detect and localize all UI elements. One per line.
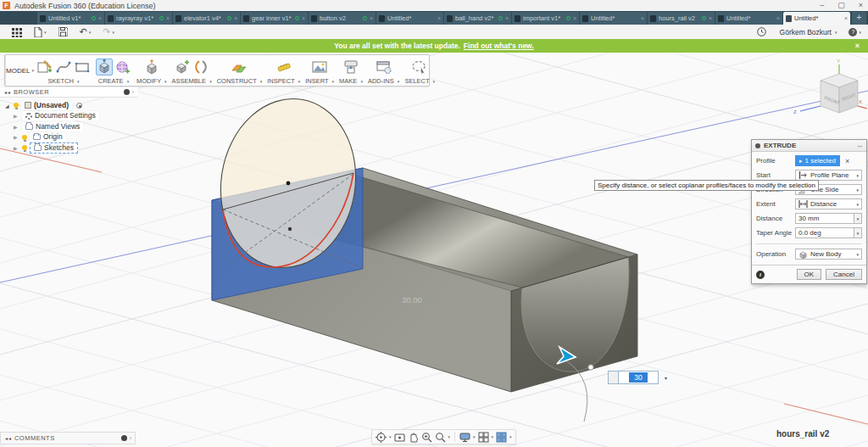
zoom-button[interactable] [421,432,432,443]
banner-link[interactable]: Find out what's new. [464,42,534,50]
doc-tab[interactable]: hours_rail v2× [648,12,715,25]
close-tab-icon[interactable]: × [437,15,441,21]
doc-tab[interactable]: important v1*× [512,12,579,25]
rectangle-sketch-button[interactable] [74,59,91,75]
spline-button[interactable] [55,59,72,75]
close-tab-icon[interactable]: × [234,15,237,21]
doc-tab[interactable]: ball_hand v2*× [444,12,511,25]
dimension-drag-handle[interactable] [608,371,618,384]
create-menu[interactable]: CREATE ▾ [98,77,129,85]
new-tab-button[interactable]: + [852,12,866,25]
maximize-button[interactable]: ▢ [837,0,845,11]
taper-angle-input[interactable]: 0.0 deg [795,227,854,238]
cancel-button[interactable]: Cancel [826,269,862,280]
doc-tab[interactable]: Untitled*× [715,12,782,25]
leader-node[interactable] [588,365,593,370]
close-tab-icon[interactable]: × [98,15,102,21]
display-settings-button[interactable]: ▾ [459,432,476,443]
dialog-resize-icon[interactable]: ↔ [856,142,863,149]
expand-triangle-icon[interactable]: ▶ [14,113,19,119]
viewports-button[interactable]: ▾ [496,432,512,443]
distance-spinner[interactable]: ▾ [854,213,862,224]
visibility-bulb-icon[interactable] [14,103,19,108]
sketch-plane[interactable] [212,168,363,300]
profile-selected-chip[interactable]: ▸1 selected [795,155,840,166]
expand-triangle-icon[interactable]: ▶ [14,134,19,140]
close-tab-icon[interactable]: × [776,15,780,21]
close-tab-icon[interactable]: × [709,15,712,21]
caret-down-icon[interactable]: ▾ [665,375,667,381]
viewcube-front-face[interactable] [821,81,839,113]
browser-item-document-settings[interactable]: ▶ Document Settings [14,111,137,122]
distance-input[interactable]: 30 mm [795,213,854,224]
extrude-arrow-manipulator[interactable] [557,347,576,364]
doc-tab[interactable]: Untitled v1*× [37,12,104,25]
banner-close-icon[interactable]: × [855,42,860,50]
selected-profile-arc[interactable] [223,173,353,267]
joint-button[interactable] [192,59,209,75]
modify-menu[interactable]: MODIFY ▾ [136,77,167,85]
taper-spinner[interactable]: ▾ [854,227,862,238]
save-button[interactable] [58,27,68,36]
doc-tab-active[interactable]: Untitled*× [783,12,850,25]
notifications-clock-icon[interactable] [757,27,766,36]
user-account-button[interactable]: Görkem Bozkurt [780,28,832,36]
grid-snap-button[interactable]: ▾ [478,432,494,443]
help-button[interactable]: ? [849,28,857,36]
viewcube-top-face[interactable] [821,74,858,87]
insert-image-button[interactable] [311,59,328,75]
collapse-panel-icon[interactable]: ◄◄ [3,90,10,95]
close-tab-icon[interactable]: × [573,15,576,21]
extrude-button[interactable] [96,59,113,75]
comments-panel[interactable]: ◄◄ COMMENTS › [0,432,136,444]
info-icon[interactable]: i [756,271,765,279]
create-sketch-button[interactable] [36,59,53,75]
make-button[interactable] [342,59,359,75]
sketch-menu[interactable]: SKETCH ▾ [47,77,79,85]
expand-triangle-icon[interactable]: ◢ [5,103,11,109]
create-form-button[interactable] [114,59,131,75]
visibility-bulb-icon[interactable] [22,135,27,140]
doc-tab[interactable]: button v2× [309,12,376,25]
browser-root-row[interactable]: ◢ (Unsaved) [5,100,137,111]
close-tab-icon[interactable]: × [370,15,373,21]
activate-radio[interactable] [76,103,82,109]
browser-item-origin[interactable]: ▶ Origin [14,132,137,143]
fit-button[interactable]: ▾ [435,432,451,443]
operation-select[interactable]: New Body ▾ [795,249,862,260]
doc-tab[interactable]: gear inner v1*× [241,12,308,25]
browser-item-named-views[interactable]: ▶ Named Views [14,121,137,132]
undo-button[interactable]: ↶ ▾ [80,27,92,36]
close-tab-icon[interactable]: × [505,15,509,21]
doc-tab[interactable]: Untitled*× [376,12,443,25]
extent-select[interactable]: Distance ▾ [795,198,862,210]
measure-button[interactable] [275,59,292,75]
app-grid-button[interactable] [12,27,22,37]
doc-tab[interactable]: elevator1 v4*× [173,12,240,25]
dimension-value-input[interactable]: 30 [618,371,659,384]
close-tab-icon[interactable]: × [844,15,848,21]
close-tab-icon[interactable]: × [641,15,644,21]
select-menu[interactable]: SELECT ▾ [404,77,435,85]
visibility-bulb-icon[interactable] [22,145,27,150]
panel-options-icon[interactable] [124,89,130,95]
expand-triangle-icon[interactable]: ▶ [14,124,19,130]
browser-header[interactable]: ◄◄ BROWSER › [0,87,137,98]
doc-tab[interactable]: Untitled*× [580,12,647,25]
addins-menu[interactable]: ADD-INS ▾ [368,77,399,85]
insert-menu[interactable]: INSERT ▾ [305,77,334,85]
workspace-selector[interactable]: MODEL ▾ [6,55,34,86]
groove-end-face[interactable] [521,257,629,372]
extrude-dialog-header[interactable]: EXTRUDE ↔ [752,140,866,152]
clear-selection-icon[interactable]: × [845,157,849,165]
select-button[interactable] [411,59,428,75]
body-side-face[interactable] [212,200,511,392]
collapse-panel-icon[interactable]: ◄◄ [4,436,11,441]
doc-tab[interactable]: rayrayray v1*× [105,12,172,25]
assemble-menu[interactable]: ASSEMBLE ▾ [172,77,212,85]
press-pull-button[interactable] [143,59,160,75]
redo-button[interactable]: ↷ ▾ [103,27,114,36]
groove-surface[interactable] [223,175,628,288]
pan-button[interactable] [408,432,419,443]
inspect-menu[interactable]: INSPECT ▾ [267,77,300,85]
